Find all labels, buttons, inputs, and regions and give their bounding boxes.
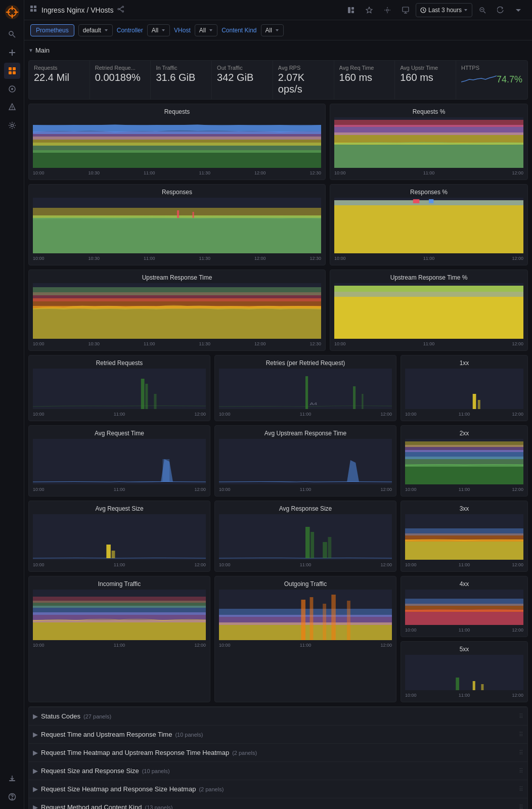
share-icon[interactable] — [117, 6, 124, 14]
stat-label: Requests — [34, 65, 84, 71]
req-size-section[interactable]: ▶ Request Size and Response Size (10 pan… — [29, 761, 527, 780]
svg-rect-90 — [478, 400, 480, 409]
retried-requests-chart: Retried Requests 10:00 11:00 12:00 — [28, 355, 210, 421]
svg-rect-113 — [33, 620, 206, 640]
svg-line-29 — [119, 7, 122, 9]
responses-chart: Responses 10:00 10:30 11:00 11:30 12:00 — [28, 184, 326, 265]
topbar: Ingress Nginx / VHosts Last 3 hours — [24, 0, 532, 20]
section-chevron: ▼ — [28, 48, 33, 53]
stat-card-out-traffic: Out Traffic 342 GiB — [212, 61, 273, 99]
controller-filter[interactable]: All — [147, 24, 170, 36]
sidebar-item-help[interactable] — [4, 789, 20, 805]
stat-label: In Traffic — [156, 65, 206, 71]
avg-req-time-svg — [33, 439, 206, 484]
svg-rect-12 — [9, 71, 12, 74]
sidebar-item-settings[interactable] — [4, 117, 20, 133]
controller-label: Controller — [117, 27, 143, 34]
upstream-response-time-pct-chart: Upstream Response Time % 10:00 11:00 12:… — [330, 269, 528, 351]
svg-rect-36 — [403, 7, 409, 12]
svg-marker-40 — [464, 9, 467, 11]
dashboard: ▼ Main Requests 22.4 Mil Retried Reque..… — [24, 40, 532, 809]
avg-request-time-chart: Avg Request Time 10:00 11:00 12:00 — [28, 425, 210, 497]
svg-rect-130 — [405, 599, 523, 606]
1xx-chart: 1xx 10:00 11:00 12:00 — [401, 355, 528, 421]
svg-rect-85 — [353, 386, 356, 409]
x-axis: 10:00 11:00 12:00 — [33, 562, 206, 567]
svg-rect-59 — [334, 120, 523, 127]
charts-row-1: Requests — [28, 104, 528, 180]
responses-pct-chart: Responses % 10:00 11:00 12:00 — [330, 184, 528, 265]
stat-card-https: HTTPS 74.7% — [456, 61, 527, 99]
time-range-btn[interactable]: Last 3 hours — [416, 3, 472, 17]
panel-layout-btn[interactable] — [343, 3, 359, 17]
sidebar-item-search[interactable] — [4, 26, 20, 42]
sidebar-item-explore[interactable] — [4, 81, 20, 97]
x-axis: 10:00 11:00 12:00 — [334, 170, 523, 175]
topbar-actions: Last 3 hours — [343, 3, 526, 17]
zoom-out-btn[interactable] — [474, 3, 491, 17]
sidebar — [0, 0, 24, 809]
stat-card-req-time: Avg Req Time 160 ms — [334, 61, 395, 99]
svg-rect-93 — [219, 439, 392, 484]
svg-rect-88 — [405, 369, 523, 409]
sidebar-item-dashboards[interactable] — [4, 63, 20, 79]
stat-value: 31.6 GiB — [156, 72, 206, 83]
svg-rect-25 — [34, 9, 36, 12]
svg-rect-80 — [141, 379, 145, 409]
chevron-right-icon: ▶ — [33, 803, 38, 809]
svg-rect-100 — [33, 514, 206, 560]
svg-point-26 — [122, 6, 124, 8]
svg-rect-11 — [13, 67, 16, 70]
stat-value: 2.07K ops/s — [278, 72, 329, 95]
stat-card-retried: Retried Reque... 0.00189% — [90, 61, 151, 99]
sidebar-item-import[interactable] — [4, 771, 20, 787]
app-logo[interactable] — [4, 4, 20, 20]
svg-rect-99 — [405, 441, 523, 447]
upstream-response-time-chart: Upstream Response Time 10:00 10:30 11:00… — [28, 269, 326, 351]
svg-rect-107 — [328, 537, 331, 558]
retries-svg: A4 — [219, 369, 392, 409]
settings-btn[interactable] — [379, 3, 395, 17]
svg-rect-33 — [351, 11, 354, 13]
status-codes-section[interactable]: ▶ Status Codes (27 panels) ⠿ — [29, 707, 527, 725]
svg-line-30 — [119, 9, 122, 11]
stat-value: 160 ms — [339, 72, 390, 83]
more-btn[interactable] — [511, 3, 526, 17]
sidebar-item-new[interactable] — [4, 44, 20, 61]
req-size-heatmap-section[interactable]: ▶ Request Size Heatmap and Response Size… — [29, 780, 527, 798]
sidebar-item-alerts[interactable] — [4, 99, 20, 115]
drag-handle: ⠿ — [519, 768, 523, 775]
svg-marker-34 — [366, 7, 372, 13]
chevron-right-icon: ▶ — [33, 785, 38, 793]
drag-handle: ⠿ — [519, 713, 523, 720]
refresh-btn[interactable] — [493, 3, 509, 17]
avg-response-size-chart: Avg Response Size 10:00 11:00 12:00 — [214, 501, 396, 572]
content-kind-label: Content Kind — [221, 27, 256, 34]
svg-rect-78 — [334, 292, 523, 297]
stat-value: 0.00189% — [95, 72, 146, 83]
page-title: Ingress Nginx / VHosts — [41, 6, 113, 14]
svg-line-7 — [13, 35, 15, 38]
svg-rect-111 — [405, 528, 523, 535]
x-axis: 10:00 11:00 12:00 — [33, 643, 206, 648]
req-heatmap-section[interactable]: ▶ Request Time Heatmap and Upstream Resp… — [29, 743, 527, 761]
content-kind-filter[interactable]: All — [261, 24, 284, 36]
vhost-filter[interactable]: All — [195, 24, 217, 36]
svg-rect-63 — [177, 210, 179, 218]
svg-rect-50 — [33, 150, 321, 168]
monitor-btn[interactable] — [397, 3, 414, 17]
req-method-section[interactable]: ▶ Request Method and Content Kind (13 pa… — [29, 798, 527, 809]
avg-upstream-response-time-chart: Avg Upstream Response Time 10:00 11:00 1… — [214, 425, 396, 497]
default-filter[interactable]: default — [78, 24, 113, 36]
req-time-section[interactable]: ▶ Request Time and Upstream Response Tim… — [29, 725, 527, 743]
datasource-btn[interactable]: Prometheus — [30, 24, 74, 36]
x-axis: 10:00 11:00 12:00 — [334, 341, 523, 346]
stat-card-rps: Avg RPS 2.07K ops/s — [273, 61, 334, 99]
stat-label: Avg Upstr Time — [400, 65, 451, 71]
star-btn[interactable] — [361, 3, 377, 17]
stat-card-requests: Requests 22.4 Mil — [29, 61, 90, 99]
req-size-svg — [33, 514, 206, 560]
svg-line-42 — [484, 11, 486, 13]
stat-cards-row: Requests 22.4 Mil Retried Reque... 0.001… — [28, 60, 528, 100]
main-section-header[interactable]: ▼ Main — [28, 44, 528, 56]
